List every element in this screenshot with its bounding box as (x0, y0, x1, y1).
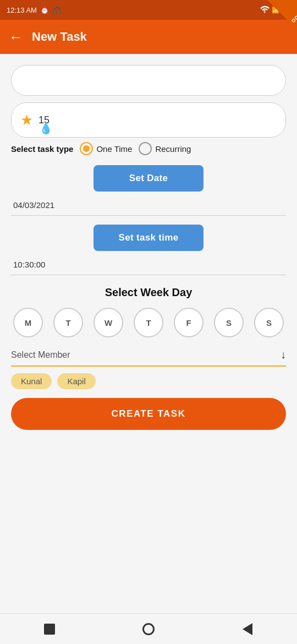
create-task-button[interactable]: CREATE TASK (11, 398, 286, 430)
stop-icon (44, 624, 55, 635)
set-task-time-button[interactable]: Set task time (94, 225, 204, 251)
task-type-row: Select task type One Time Recurring (11, 142, 286, 155)
date-value-display: 04/03/2021 (11, 196, 286, 216)
time-display: 12:13 AM (7, 6, 37, 14)
star-icon: ★ (20, 112, 33, 129)
member-select-label: Select Member (11, 350, 70, 360)
nav-home-button[interactable] (141, 621, 156, 637)
status-bar: 12:13 AM ⏰ 🎧 📶 🔋 (0, 0, 297, 20)
radio-recurring[interactable]: Recurring (139, 142, 191, 155)
member-section: Select Member ↓ Kunal Kapil (11, 348, 286, 389)
day-monday[interactable]: M (13, 308, 43, 337)
day-thursday[interactable]: T (134, 308, 163, 337)
back-icon (243, 623, 252, 635)
radio-recurring-label: Recurring (155, 144, 191, 154)
headphone-icon: 🎧 (52, 6, 61, 14)
radio-one-time-circle[interactable] (80, 142, 93, 155)
app-bar: ← New Task (0, 20, 297, 54)
member-chip-kapil[interactable]: Kapil (57, 373, 95, 389)
back-button[interactable]: ← (9, 30, 23, 44)
nav-stop-button[interactable] (42, 621, 57, 637)
day-sunday[interactable]: S (254, 308, 284, 337)
week-day-section: Select Week Day M T W T F S S (11, 286, 286, 337)
main-content: ★ 15 💧 Select task type One Time Recurri… (0, 54, 297, 613)
nav-back-button[interactable] (240, 621, 255, 637)
set-date-button[interactable]: Set Date (94, 165, 204, 192)
member-select-row[interactable]: Select Member ↓ (11, 348, 286, 367)
day-tuesday[interactable]: T (53, 308, 83, 337)
circle-icon (142, 623, 155, 635)
day-wednesday[interactable]: W (94, 308, 123, 337)
day-friday[interactable]: F (174, 308, 204, 337)
drop-icon: 💧 (39, 122, 53, 135)
week-days-row: M T W T F S S (13, 308, 284, 337)
radio-one-time-label: One Time (96, 144, 132, 154)
points-input-row[interactable]: ★ 15 💧 (11, 102, 286, 138)
member-chip-kunal[interactable]: Kunal (11, 373, 52, 389)
time-value-display: 10:30:00 (11, 255, 286, 275)
week-day-title: Select Week Day (11, 286, 286, 299)
status-bar-left: 12:13 AM ⏰ 🎧 (7, 6, 61, 14)
day-saturday[interactable]: S (214, 308, 244, 337)
page-title: New Task (32, 30, 87, 44)
task-type-label: Select task type (11, 144, 73, 154)
wifi-icon (260, 6, 270, 15)
radio-recurring-circle[interactable] (139, 142, 152, 155)
radio-one-time[interactable]: One Time (80, 142, 132, 155)
member-dropdown-icon[interactable]: ↓ (280, 348, 286, 361)
bottom-nav (0, 613, 297, 644)
member-chips: Kunal Kapil (11, 373, 286, 389)
alarm-icon: ⏰ (40, 6, 49, 14)
task-name-input[interactable] (11, 65, 286, 96)
